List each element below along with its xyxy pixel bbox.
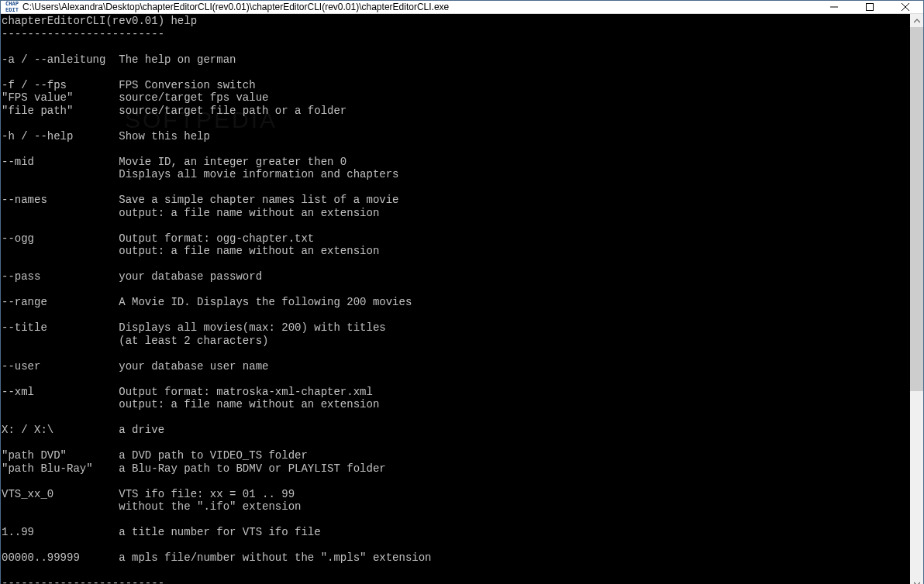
minimize-button[interactable] (816, 1, 852, 13)
close-button[interactable] (888, 1, 923, 13)
maximize-button[interactable] (852, 1, 888, 13)
app-icon: CHAP EDIT (5, 1, 18, 13)
console-output[interactable]: chapterEditorCLI(rev0.01) help ---------… (1, 14, 910, 584)
scroll-down-arrow-icon[interactable] (910, 578, 923, 585)
svg-rect-1 (867, 4, 874, 11)
window-buttons (816, 1, 923, 13)
vertical-scrollbar[interactable] (910, 14, 923, 584)
scroll-up-arrow-icon[interactable] (910, 14, 923, 27)
client-area: SOFTPEDIA chapterEditorCLI(rev0.01) help… (1, 14, 923, 584)
scroll-thumb[interactable] (910, 27, 923, 391)
titlebar[interactable]: CHAP EDIT C:\Users\Alexandra\Desktop\cha… (1, 1, 923, 14)
app-window: CHAP EDIT C:\Users\Alexandra\Desktop\cha… (0, 0, 924, 584)
window-title: C:\Users\Alexandra\Desktop\chapterEditor… (22, 2, 816, 12)
